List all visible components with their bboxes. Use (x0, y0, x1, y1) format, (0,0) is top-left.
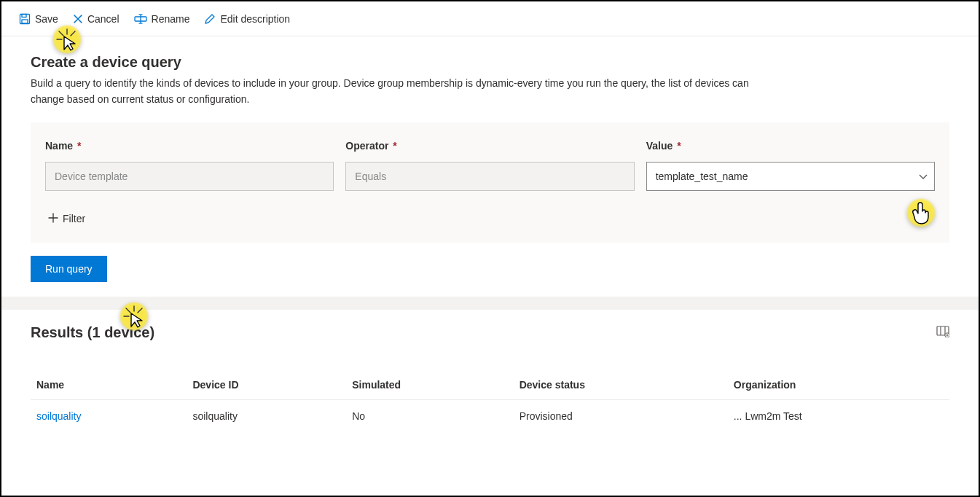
command-toolbar: Save Cancel Rename Edit description (1, 1, 979, 36)
edit-description-button[interactable]: Edit description (201, 10, 293, 28)
rename-button[interactable]: Rename (131, 10, 193, 28)
device-status-cell: Provisioned (514, 399, 728, 432)
save-icon (19, 13, 31, 25)
col-name[interactable]: Name (31, 370, 187, 400)
section-separator (1, 297, 979, 310)
device-name-link[interactable]: soilquality (31, 399, 187, 432)
cancel-label: Cancel (87, 13, 119, 25)
plus-icon (48, 213, 58, 225)
edit-description-label: Edit description (220, 13, 290, 25)
svg-rect-2 (22, 20, 28, 23)
save-button[interactable]: Save (16, 10, 61, 28)
add-filter-button[interactable]: Filter (45, 213, 85, 225)
svg-rect-1 (22, 14, 26, 17)
rename-label: Rename (152, 13, 190, 25)
value-select[interactable] (646, 162, 935, 191)
col-device-status[interactable]: Device status (514, 370, 728, 400)
save-label: Save (35, 13, 58, 25)
page-description: Build a query to identify the kinds of d… (31, 75, 774, 108)
rename-icon (134, 14, 147, 24)
pencil-icon (204, 13, 216, 25)
col-device-id[interactable]: Device ID (187, 370, 346, 400)
table-row[interactable]: soilquality soilquality No Provisioned .… (31, 399, 949, 432)
organization-cell: ... Lwm2m Test (728, 399, 949, 432)
cancel-button[interactable]: Cancel (70, 10, 122, 28)
value-field-label: Value * (646, 140, 935, 152)
operator-input[interactable] (345, 162, 634, 191)
results-table: Name Device ID Simulated Device status O… (31, 370, 949, 432)
add-filter-label: Filter (63, 213, 85, 224)
device-id-cell: soilquality (187, 399, 346, 432)
name-input[interactable] (45, 162, 334, 191)
col-simulated[interactable]: Simulated (346, 370, 513, 400)
simulated-cell: No (346, 399, 513, 432)
name-field-label: Name * (45, 140, 334, 152)
results-title: Results (1 device) (31, 324, 154, 341)
col-organization[interactable]: Organization (728, 370, 949, 400)
run-query-button[interactable]: Run query (31, 256, 107, 282)
close-icon (73, 14, 83, 24)
column-options-icon[interactable] (936, 326, 949, 340)
page-title: Create a device query (31, 54, 949, 71)
operator-field-label: Operator * (345, 140, 634, 152)
query-builder-panel: Name * Operator * Value * Fi (31, 122, 949, 243)
table-header-row: Name Device ID Simulated Device status O… (31, 370, 949, 400)
